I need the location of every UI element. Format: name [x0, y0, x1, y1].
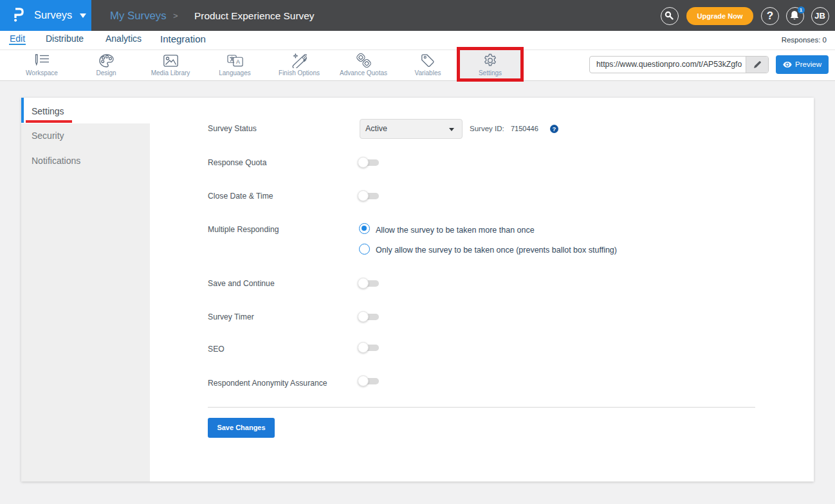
svg-text:A: A — [235, 59, 239, 65]
